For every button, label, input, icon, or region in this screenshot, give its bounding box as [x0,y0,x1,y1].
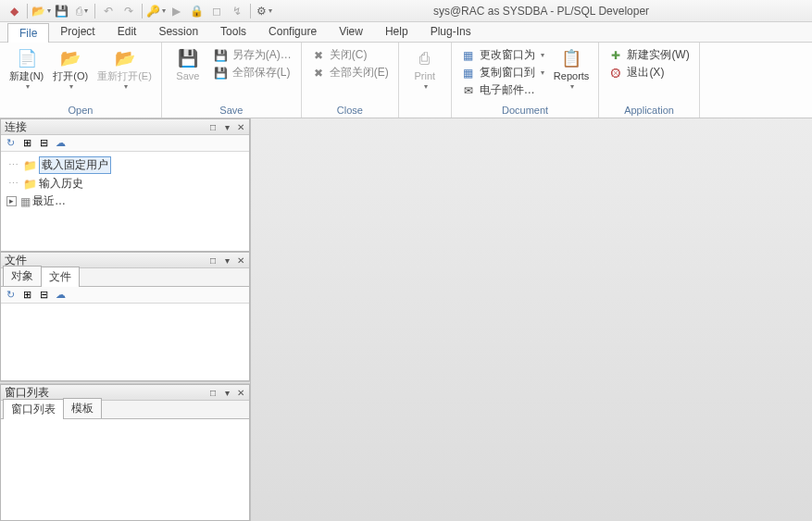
close-icon[interactable]: ✕ [234,254,247,267]
ribbon-group-document: ▦更改窗口为▾ ▦复制窗口到▾ ✉电子邮件… 📋Reports▾ Documen… [452,43,600,118]
menu-help[interactable]: Help [374,22,419,42]
refresh-icon[interactable]: ↻ [3,136,18,151]
tree-node-history[interactable]: ⋯📁 输入历史 [3,175,247,192]
collapse-icon[interactable]: ⊟ [36,136,51,151]
tab-files[interactable]: 文件 [41,267,80,287]
dropdown-icon[interactable]: ▾ [220,386,233,399]
save-icon[interactable]: 💾 [52,2,70,20]
menu-plugins[interactable]: Plug-Ins [419,22,482,42]
tree-node-fixed-users[interactable]: ⋯📁 载入固定用户 [3,155,247,175]
separator [27,4,28,19]
menu-tools[interactable]: Tools [209,22,257,42]
menu-edit[interactable]: Edit [106,22,148,42]
new-button[interactable]: 📄新建(N)▾ [6,44,47,93]
ribbon-group-print: ⎙Print▾ [399,43,452,118]
expand-icon[interactable]: ⊞ [19,136,34,151]
connections-toolbar: ↻ ⊞ ⊟ ☁ [1,135,249,152]
menu-view[interactable]: View [328,22,374,42]
menu-session[interactable]: Session [147,22,209,42]
reopen-button[interactable]: 📂重新打开(E)▾ [94,44,156,93]
app-title: sys@RAC as SYSDBA - PL/SQL Developer [274,5,808,18]
windowlist-panel: 窗口列表 □ ▾ ✕ 窗口列表 模板 [0,384,250,521]
stack-icon: ▦ [20,195,31,208]
open-button[interactable]: 📂打开(O)▾ [49,44,92,93]
change-window-button[interactable]: ▦更改窗口为▾ [457,46,548,64]
open-icon[interactable]: 📂▾ [31,2,50,20]
connections-title: 连接 [5,119,27,135]
reports-button[interactable]: 📋Reports▾ [550,44,593,93]
pin-icon[interactable]: □ [206,120,219,133]
break-icon[interactable]: ↯ [228,2,246,20]
windowlist-tabs: 窗口列表 模板 [1,401,249,419]
dropdown-icon[interactable]: ▾ [220,120,233,133]
copy-window-button[interactable]: ▦复制窗口到▾ [457,64,548,81]
undo-icon[interactable]: ↶ [99,2,118,20]
run-icon[interactable]: ▶ [167,2,185,20]
new-instance-button[interactable]: ✚新建实例(W) [605,46,693,64]
ribbon-group-save: 💾Save 💾另存为(A)… 💾全部保存(L) Save [162,43,302,118]
files-panel: 文件 □ ▾ ✕ 对象 文件 ↻ ⊞ ⊟ ☁ [0,252,250,381]
group-label-open: Open [6,104,156,118]
email-button[interactable]: ✉电子邮件… [457,81,548,99]
editor-area [250,118,812,521]
key-icon[interactable]: 🔑▾ [146,2,165,20]
lock-icon[interactable]: 🔒 [187,2,206,20]
dropdown-icon[interactable]: ▾ [220,254,233,267]
menu-project[interactable]: Project [49,22,106,42]
saveall-button[interactable]: 💾全部保存(L) [210,64,295,81]
save-button[interactable]: 💾Save [168,44,208,84]
close-icon[interactable]: ✕ [234,120,247,133]
pin-icon[interactable]: □ [206,254,219,267]
refresh-icon[interactable]: ↻ [3,288,18,303]
menu-configure[interactable]: Configure [257,22,328,42]
separator [94,4,95,19]
pin-icon[interactable]: □ [206,386,219,399]
link-icon[interactable]: ☁ [53,136,68,151]
group-label-close: Close [307,104,393,118]
separator [250,4,251,19]
saveas-button[interactable]: 💾另存为(A)… [210,46,295,64]
db-icon[interactable]: ◆ [5,2,23,20]
menu-bar: File Project Edit Session Tools Configur… [0,22,812,43]
menu-file[interactable]: File [7,23,49,43]
windowlist-body [1,419,249,520]
group-label-save: Save [168,104,295,118]
connections-header: 连接 □ ▾ ✕ [1,118,249,135]
files-tabs: 对象 文件 [1,268,249,287]
left-sidebar: 连接 □ ▾ ✕ ↻ ⊞ ⊟ ☁ ⋯📁 载入固定用户 ⋯📁 输入历史 [0,118,250,521]
close-icon[interactable]: ✕ [234,386,247,399]
closeall-button[interactable]: ✖全部关闭(E) [307,64,393,81]
close-button[interactable]: ✖关闭(C) [307,46,393,64]
ribbon-group-application: ✚新建实例(W) ⮿退出(X) Application [599,43,699,118]
folder-icon: 📁 [23,159,37,172]
group-label-document: Document [457,104,593,118]
separator [142,4,143,19]
tab-template[interactable]: 模板 [63,398,102,418]
main-area: 连接 □ ▾ ✕ ↻ ⊞ ⊟ ☁ ⋯📁 载入固定用户 ⋯📁 输入历史 [0,118,812,521]
tab-window-list[interactable]: 窗口列表 [3,399,64,419]
connections-panel: 连接 □ ▾ ✕ ↻ ⊞ ⊟ ☁ ⋯📁 载入固定用户 ⋯📁 输入历史 [0,118,250,252]
windowlist-title: 窗口列表 [5,385,49,401]
stop-icon[interactable]: ◻ [207,2,226,20]
group-label-application: Application [605,104,693,118]
collapse-icon[interactable]: ⊟ [36,288,51,303]
ribbon: 📄新建(N)▾ 📂打开(O)▾ 📂重新打开(E)▾ Open 💾Save 💾另存… [0,43,812,118]
link-icon[interactable]: ☁ [53,288,68,303]
ribbon-group-open: 📄新建(N)▾ 📂打开(O)▾ 📂重新打开(E)▾ Open [0,43,162,118]
redo-icon[interactable]: ↷ [119,2,138,20]
group-label-print [405,104,445,118]
files-body [1,304,249,380]
quick-access-toolbar: ◆ 📂▾ 💾 ⎙▾ ↶ ↷ 🔑▾ ▶ 🔒 ◻ ↯ ⚙▾ sys@RAC as S… [0,0,812,22]
tree-node-recent[interactable]: ▸▦ 最近… [3,192,247,210]
ribbon-group-close: ✖关闭(C) ✖全部关闭(E) Close [302,43,399,118]
print-button[interactable]: ⎙Print▾ [405,44,445,93]
exit-button[interactable]: ⮿退出(X) [605,64,693,81]
tab-objects[interactable]: 对象 [3,266,42,286]
folder-icon: 📁 [23,178,37,191]
expand-icon[interactable]: ⊞ [19,288,34,303]
expand-toggle-icon[interactable]: ▸ [6,196,17,206]
print-icon[interactable]: ⎙▾ [72,2,91,20]
connections-tree: ⋯📁 载入固定用户 ⋯📁 输入历史 ▸▦ 最近… [1,152,249,214]
files-toolbar: ↻ ⊞ ⊟ ☁ [1,287,249,304]
preferences-icon[interactable]: ⚙▾ [255,2,273,20]
